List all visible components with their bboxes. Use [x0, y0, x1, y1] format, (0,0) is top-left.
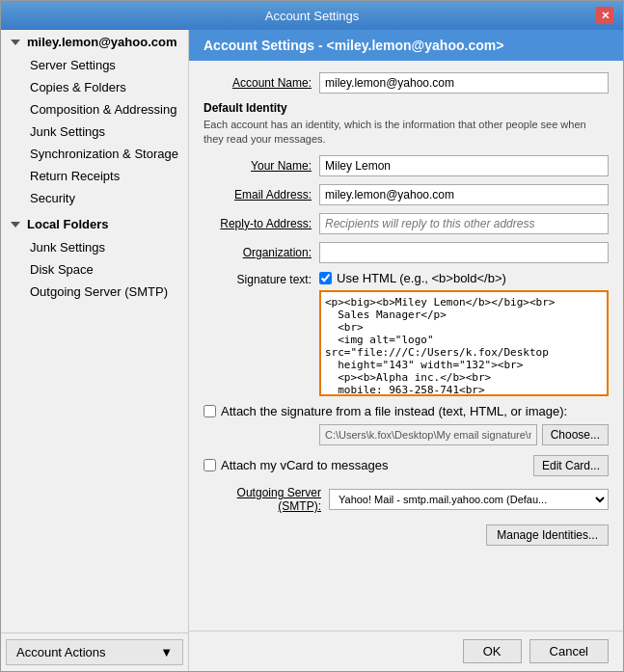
panel-header: Account Settings - <miley.lemon@yahoo.co… — [189, 30, 623, 61]
email-row: Email Address: — [203, 184, 609, 205]
email-input[interactable] — [319, 184, 609, 205]
account-actions-label: Account Actions — [16, 645, 106, 659]
vcard-left: Attach my vCard to messages — [203, 458, 388, 472]
account-actions-button[interactable]: Account Actions ▼ — [6, 639, 183, 665]
account-name-label: Account Name: — [203, 76, 319, 90]
use-html-label: Use HTML (e.g., <b>bold</b>) — [337, 271, 506, 285]
reply-to-input[interactable] — [319, 213, 609, 234]
signature-text-label: Signature text: — [203, 271, 319, 286]
sidebar-item-disk-space[interactable]: Disk Space — [1, 258, 188, 281]
sidebar-account[interactable]: miley.lemon@yahoo.com — [1, 30, 188, 54]
title-bar: Account Settings ✕ — [1, 1, 623, 30]
account-email: miley.lemon@yahoo.com — [27, 35, 176, 49]
attach-signature-label: Attach the signature from a file instead… — [221, 404, 567, 418]
attach-signature-checkbox[interactable] — [203, 405, 216, 417]
local-folders-label: Local Folders — [27, 217, 109, 231]
attach-vcard-checkbox[interactable] — [203, 459, 216, 471]
email-label: Email Address: — [203, 188, 319, 202]
org-input[interactable] — [319, 242, 609, 263]
default-identity-desc: Each account has an identity, which is t… — [203, 118, 609, 148]
sidebar-item-return-receipts[interactable]: Return Receipts — [1, 165, 188, 187]
sidebar-wrapper: miley.lemon@yahoo.com Server Settings Co… — [1, 30, 189, 671]
reply-to-row: Reply-to Address: — [203, 213, 609, 234]
attach-signature-row: Attach the signature from a file instead… — [203, 404, 609, 418]
sidebar-item-server-settings[interactable]: Server Settings — [1, 54, 188, 76]
account-name-input[interactable] — [319, 72, 609, 94]
panel-body: Account Name: Default Identity Each acco… — [189, 61, 623, 631]
your-name-label: Your Name: — [203, 159, 319, 173]
sidebar-item-copies-folders[interactable]: Copies & Folders — [1, 76, 188, 98]
org-label: Organization: — [203, 246, 319, 259]
sidebar-local-folders-section[interactable]: Local Folders — [1, 212, 188, 236]
manage-identities-button[interactable]: Manage Identities... — [486, 524, 609, 546]
ok-button[interactable]: OK — [463, 639, 522, 663]
org-row: Organization: — [203, 242, 609, 263]
collapse-icon — [11, 40, 20, 45]
your-name-row: Your Name: — [203, 155, 609, 176]
signature-file-input[interactable] — [319, 424, 537, 445]
sidebar-item-sync-storage[interactable]: Synchronization & Storage — [1, 143, 188, 165]
signature-right: Use HTML (e.g., <b>bold</b>) <p><big><b>… — [319, 271, 609, 396]
main-content: miley.lemon@yahoo.com Server Settings Co… — [1, 30, 623, 671]
outgoing-server-label: Outgoing Server (SMTP): — [203, 486, 329, 513]
sidebar-item-security[interactable]: Security — [1, 187, 188, 209]
sidebar-content: miley.lemon@yahoo.com Server Settings Co… — [1, 30, 188, 632]
choose-button[interactable]: Choose... — [542, 424, 609, 445]
account-actions-arrow: ▼ — [160, 645, 173, 659]
right-panel: Account Settings - <miley.lemon@yahoo.co… — [189, 30, 623, 671]
window-title: Account Settings — [28, 9, 596, 23]
attach-vcard-label: Attach my vCard to messages — [221, 458, 388, 472]
file-row: Choose... — [319, 424, 609, 445]
default-identity-title: Default Identity — [203, 101, 609, 115]
bottom-bar: OK Cancel — [189, 631, 623, 671]
use-html-checkbox[interactable] — [319, 272, 332, 284]
sidebar-item-junk-settings[interactable]: Junk Settings — [1, 236, 188, 258]
use-html-row: Use HTML (e.g., <b>bold</b>) — [319, 271, 609, 285]
reply-to-label: Reply-to Address: — [203, 217, 319, 230]
account-name-row: Account Name: — [203, 72, 609, 94]
sidebar-item-outgoing-smtp[interactable]: Outgoing Server (SMTP) — [1, 281, 188, 303]
signature-textarea[interactable]: <p><big><b>Miley Lemon</b></big><br> Sal… — [319, 290, 609, 396]
sidebar-item-junk[interactable]: Junk Settings — [1, 121, 188, 143]
vcard-row: Attach my vCard to messages Edit Card... — [203, 455, 609, 476]
manage-identities-row: Manage Identities... — [203, 524, 609, 546]
account-actions-area: Account Actions ▼ — [1, 632, 188, 671]
edit-card-button[interactable]: Edit Card... — [533, 455, 609, 476]
outgoing-server-select[interactable]: Yahoo! Mail - smtp.mail.yahoo.com (Defau… — [329, 489, 609, 510]
account-settings-window: Account Settings ✕ miley.lemon@yahoo.com… — [0, 0, 624, 672]
close-button[interactable]: ✕ — [596, 7, 613, 24]
local-folders-collapse-icon — [11, 222, 20, 228]
sidebar-item-composition[interactable]: Composition & Addressing — [1, 98, 188, 121]
outgoing-server-row: Outgoing Server (SMTP): Yahoo! Mail - sm… — [203, 486, 609, 513]
cancel-button[interactable]: Cancel — [529, 639, 609, 663]
your-name-input[interactable] — [319, 155, 609, 176]
signature-row: Signature text: Use HTML (e.g., <b>bold<… — [203, 271, 609, 396]
